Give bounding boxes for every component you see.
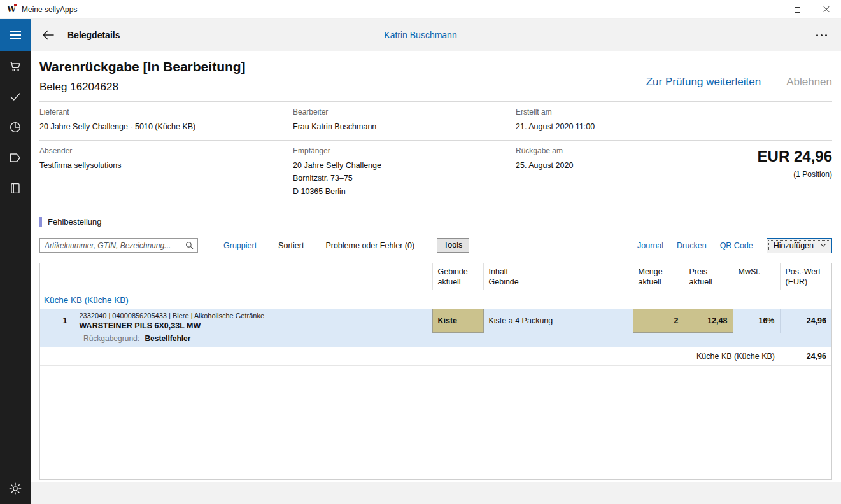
menu-button[interactable]: [0, 19, 31, 51]
return-reason-row: Rückgabegrund: Bestellfehler: [40, 333, 831, 348]
inhalt-cell: Kiste a 4 Packung: [483, 309, 633, 333]
col-header-empty: [40, 263, 74, 290]
group-header-label: Küche KB (Küche KB): [40, 290, 831, 309]
field-label: Lieferant: [39, 108, 293, 116]
article-name: WARSTEINER PILS 6X0,33L MW: [80, 321, 427, 330]
summary-label: Küche KB (Küche KB): [40, 347, 780, 366]
minimize-button[interactable]: [753, 0, 782, 19]
address-line: D 10365 Berlin: [293, 185, 516, 199]
sidebar-item-statistics[interactable]: [0, 112, 31, 143]
close-icon: [823, 6, 830, 13]
positions-table: Gebinde aktuell Inhalt Gebinde Menge akt…: [39, 263, 832, 480]
total-position-count: (1 Position): [758, 170, 832, 179]
more-options-button[interactable]: [812, 29, 831, 41]
field-value: 20 Jahre Selly Challenge Bornitzstr. 73–…: [293, 159, 516, 199]
group-summary-row: Küche KB (Küche KB) 24,96: [40, 347, 831, 366]
main-content: Warenrückgabe [In Bearbeitung] Beleg 162…: [31, 51, 841, 504]
qr-code-link[interactable]: QR Code: [720, 241, 753, 250]
close-button[interactable]: [812, 0, 841, 19]
maximize-icon: [795, 7, 800, 13]
gebinde-cell[interactable]: Kiste: [432, 309, 483, 333]
address-line: Bornitzstr. 73–75: [293, 172, 516, 185]
sidebar-nav: [0, 51, 31, 504]
col-header-preis: Preis aktuell: [684, 263, 733, 290]
info-row-1: Lieferant 20 Jahre Selly Challenge - 501…: [39, 102, 832, 140]
group-header-row[interactable]: Küche KB (Küche KB): [40, 290, 831, 309]
field-label: Absender: [39, 146, 293, 155]
check-icon: [8, 90, 22, 104]
tag-icon: [8, 151, 22, 165]
reject-button[interactable]: Ablehnen: [786, 76, 832, 88]
app-logo-icon: W: [6, 4, 17, 15]
col-header-gebinde: Gebinde aktuell: [432, 263, 483, 290]
pie-chart-icon: [8, 120, 22, 134]
search-icon: [185, 241, 194, 250]
tab-indicator: [39, 217, 42, 227]
sidebar-item-labels[interactable]: [0, 143, 31, 173]
app-header: Belegdetails Katrin Buschmann: [0, 19, 841, 51]
print-link[interactable]: Drucken: [677, 241, 707, 250]
col-header-inhalt: Inhalt Gebinde: [483, 263, 633, 290]
page-title: Belegdetails: [67, 30, 120, 40]
sidebar-item-settings[interactable]: [0, 473, 31, 504]
field-label: Erstellt am: [516, 108, 832, 116]
col-header-article: [74, 263, 432, 290]
summary-value: 24,96: [780, 347, 831, 366]
sidebar-item-approvals[interactable]: [0, 81, 31, 112]
article-cell: 2332040 | 04000856205433 | Biere | Alkoh…: [74, 309, 432, 333]
field-label: Rückgabe am: [516, 146, 758, 155]
app-logo-letter: W: [7, 6, 15, 13]
problems-filter[interactable]: Probleme oder Fehler (0): [325, 241, 414, 250]
table-header-row: Gebinde aktuell Inhalt Gebinde Menge akt…: [40, 263, 831, 290]
field-empfaenger: Empfänger 20 Jahre Selly Challenge Borni…: [293, 146, 516, 199]
list-toolbar: Gruppiert Sortiert Probleme oder Fehler …: [39, 238, 832, 253]
sorted-toggle[interactable]: Sortiert: [278, 241, 304, 250]
sidebar-item-orders[interactable]: [0, 51, 31, 81]
back-button[interactable]: [38, 25, 59, 45]
current-user-link[interactable]: Katrin Buschmann: [384, 30, 456, 40]
book-icon: [8, 181, 22, 195]
table-row[interactable]: 1 2332040 | 04000856205433 | Biere | Alk…: [40, 309, 831, 333]
minimize-icon: [765, 10, 771, 10]
hamburger-icon: [10, 31, 21, 32]
field-absender: Absender Testfirma sellysolutions: [39, 146, 293, 199]
article-search: [39, 238, 198, 253]
mwst-cell: 16%: [733, 309, 780, 333]
cart-icon: [8, 59, 22, 73]
field-erstellt-am: Erstellt am 21. August 2020 11:00: [516, 108, 832, 134]
col-header-menge: Menge aktuell: [633, 263, 684, 290]
address-line: 20 Jahre Selly Challenge: [293, 159, 516, 172]
maximize-button[interactable]: [782, 0, 812, 19]
gear-icon: [8, 482, 22, 496]
search-input[interactable]: [40, 241, 185, 250]
tab-fehlbestellung[interactable]: Fehlbestellung: [39, 217, 832, 227]
pos-wert-cell: 24,96: [780, 309, 831, 333]
field-value: 20 Jahre Selly Challenge - 5010 (Küche K…: [39, 120, 293, 134]
row-number: 1: [40, 309, 74, 333]
back-arrow-icon: [41, 27, 56, 43]
add-button[interactable]: Hinzufügen: [767, 238, 832, 253]
col-header-mwst: MwSt.: [733, 263, 780, 290]
tools-button[interactable]: Tools: [437, 238, 469, 253]
field-value: 25. August 2020: [516, 159, 758, 172]
field-bearbeiter: Bearbeiter Frau Katrin Buschmann: [293, 108, 516, 134]
preis-cell[interactable]: 12,48: [684, 309, 733, 333]
document-number: Beleg 16204628: [39, 81, 246, 94]
field-value: Testfirma sellysolutions: [39, 159, 293, 172]
article-meta: 2332040 | 04000856205433 | Biere | Alkoh…: [80, 312, 427, 319]
menge-cell[interactable]: 2: [633, 309, 684, 333]
grouped-toggle[interactable]: Gruppiert: [223, 241, 257, 250]
tab-label: Fehlbestellung: [48, 217, 102, 227]
field-value: 21. August 2020 11:00: [516, 120, 832, 134]
app-logo-accent: [14, 4, 17, 6]
sidebar-item-journal[interactable]: [0, 173, 31, 204]
add-button-label: Hinzufügen: [774, 241, 814, 250]
forward-for-review-button[interactable]: Zur Prüfung weiterleiten: [646, 76, 761, 88]
document-total: EUR 24,96 (1 Position): [758, 146, 832, 199]
total-amount: EUR 24,96: [758, 148, 832, 165]
field-label: Empfänger: [293, 146, 516, 155]
info-row-2: Absender Testfirma sellysolutions Empfän…: [39, 141, 832, 205]
field-value: Frau Katrin Buschmann: [293, 120, 516, 134]
journal-link[interactable]: Journal: [637, 241, 663, 250]
field-lieferant: Lieferant 20 Jahre Selly Challenge - 501…: [39, 108, 293, 134]
